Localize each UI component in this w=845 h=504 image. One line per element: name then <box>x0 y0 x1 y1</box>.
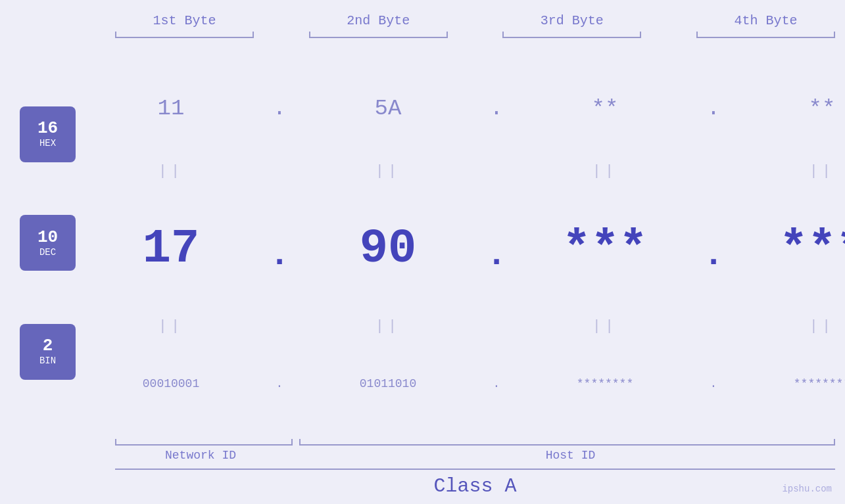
badges-column: 16 HEX 10 DEC 2 BIN <box>13 53 82 432</box>
eq2-byte1: || <box>82 318 260 334</box>
hex-badge: 16 HEX <box>20 106 76 162</box>
watermark: ipshu.com <box>782 484 832 494</box>
nh-labels: Network ID Host ID <box>105 449 845 462</box>
bin-sep3: . <box>694 377 733 390</box>
bin-byte3: ******** <box>516 377 694 390</box>
eq1-byte2: || <box>299 163 477 179</box>
hex-byte2: 5A <box>299 96 477 121</box>
bin-sep1: . <box>260 377 299 390</box>
byte4-bracket <box>687 32 845 43</box>
byte-headers: 1st Byte 2nd Byte 3rd Byte 4th Byte <box>105 0 845 28</box>
class-bracket-line <box>115 469 835 470</box>
hex-row: 11 . 5A . ** . ** <box>82 96 845 121</box>
data-area: 16 HEX 10 DEC 2 BIN 11 . 5A <box>13 53 845 432</box>
bin-row: 00010001 . 01011010 . ******** . *******… <box>82 377 845 390</box>
byte1-bracket <box>105 32 264 43</box>
nh-brackets <box>105 432 845 446</box>
hex-byte1: 11 <box>82 96 260 121</box>
byte2-bracket <box>299 32 458 43</box>
bin-badge: 2 BIN <box>20 324 76 380</box>
dec-sep3: . <box>694 223 733 275</box>
hex-sep1: . <box>260 96 299 121</box>
class-label: Class A <box>105 475 845 504</box>
dec-byte2: 90 <box>299 222 477 276</box>
eq1-byte4: || <box>733 163 845 179</box>
eq2-byte3: || <box>516 318 694 334</box>
dec-badge: 10 DEC <box>20 215 76 271</box>
byte3-bracket <box>493 32 651 43</box>
byte1-header: 1st Byte <box>105 13 264 28</box>
dec-byte4: *** <box>733 222 845 276</box>
byte4-header: 4th Byte <box>687 13 845 28</box>
network-id-label: Network ID <box>105 449 296 462</box>
hex-byte4: ** <box>733 96 845 121</box>
bin-byte4: ******** <box>733 377 845 390</box>
bin-byte2: 01011010 <box>299 377 477 390</box>
eq-row-2: || || || || <box>82 318 845 334</box>
bin-sep2: . <box>477 377 516 390</box>
eq2-byte4: || <box>733 318 845 334</box>
top-brackets <box>105 32 845 43</box>
eq-row-1: || || || || <box>82 163 845 179</box>
byte3-header: 3rd Byte <box>493 13 651 28</box>
dec-sep1: . <box>260 223 299 275</box>
bottom-area: Network ID Host ID Class A <box>105 432 845 504</box>
dec-byte3: *** <box>516 222 694 276</box>
dec-row: 17 . 90 . *** . *** <box>82 222 845 276</box>
bin-byte1: 00010001 <box>82 377 260 390</box>
main-layout: 1st Byte 2nd Byte 3rd Byte 4th Byte <box>0 0 845 504</box>
host-id-label: Host ID <box>296 449 845 462</box>
dec-sep2: . <box>477 223 516 275</box>
eq1-byte3: || <box>516 163 694 179</box>
class-row: Class A <box>105 469 845 504</box>
eq1-byte1: || <box>82 163 260 179</box>
network-bracket <box>105 432 296 446</box>
eq2-byte2: || <box>299 318 477 334</box>
hex-sep2: . <box>477 96 516 121</box>
byte2-header: 2nd Byte <box>299 13 458 28</box>
hex-byte3: ** <box>516 96 694 121</box>
dec-byte1: 17 <box>82 222 260 276</box>
host-bracket <box>296 432 845 446</box>
hex-sep3: . <box>694 96 733 121</box>
data-rows: 11 . 5A . ** . ** || || || || <box>82 53 845 432</box>
